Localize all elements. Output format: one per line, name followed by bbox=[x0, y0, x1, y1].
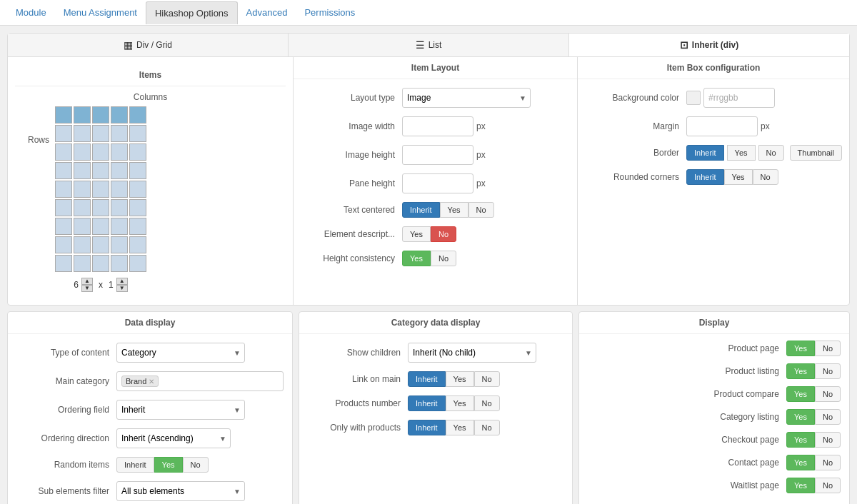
grid-cell[interactable] bbox=[129, 181, 146, 198]
grid-cell[interactable] bbox=[74, 199, 91, 216]
products-number-yes[interactable]: Yes bbox=[446, 395, 474, 411]
element-descript-no[interactable]: No bbox=[431, 226, 456, 242]
grid-cell[interactable] bbox=[111, 125, 128, 142]
grid-cell[interactable] bbox=[111, 143, 128, 161]
show-children-select[interactable]: Inherit (No child) bbox=[408, 343, 536, 363]
grid-cell[interactable] bbox=[129, 255, 146, 272]
rounded-yes[interactable]: Yes bbox=[724, 169, 753, 185]
tab-module[interactable]: Module bbox=[7, 7, 55, 18]
only-with-products-no[interactable]: No bbox=[474, 420, 500, 435]
height-consistency-yes[interactable]: Yes bbox=[402, 251, 431, 266]
products-number-inherit[interactable]: Inherit bbox=[408, 395, 446, 411]
link-on-main-inherit[interactable]: Inherit bbox=[408, 371, 446, 387]
contact-page-no[interactable]: No bbox=[815, 455, 841, 470]
cols-increment[interactable]: ▲ bbox=[81, 278, 93, 285]
grid-cell[interactable] bbox=[111, 199, 128, 216]
grid-cell[interactable] bbox=[55, 255, 72, 272]
grid-cell[interactable] bbox=[129, 125, 146, 142]
grid-cell[interactable] bbox=[92, 199, 109, 216]
random-items-no[interactable]: No bbox=[183, 457, 209, 473]
grid-cell[interactable] bbox=[129, 236, 146, 253]
grid-cell[interactable] bbox=[92, 125, 109, 142]
tab-div-grid[interactable]: ▦ Div / Grid bbox=[8, 34, 289, 56]
grid-cell[interactable] bbox=[55, 125, 72, 142]
grid-cell[interactable] bbox=[92, 106, 109, 124]
grid-cell[interactable] bbox=[92, 181, 109, 198]
image-width-input[interactable] bbox=[402, 116, 473, 136]
image-height-input[interactable] bbox=[402, 145, 473, 165]
grid-cell[interactable] bbox=[55, 143, 72, 161]
pane-height-input[interactable] bbox=[402, 173, 473, 193]
tab-hikashop-options[interactable]: Hikashop Options bbox=[146, 1, 238, 24]
rows-increment[interactable]: ▲ bbox=[116, 278, 128, 285]
only-with-products-yes[interactable]: Yes bbox=[446, 420, 474, 435]
random-items-yes[interactable]: Yes bbox=[154, 457, 183, 473]
waitlist-page-no[interactable]: No bbox=[815, 478, 841, 493]
link-on-main-no[interactable]: No bbox=[474, 371, 500, 387]
checkout-page-no[interactable]: No bbox=[815, 432, 841, 448]
rounded-no[interactable]: No bbox=[753, 169, 778, 185]
grid-cell[interactable] bbox=[111, 255, 128, 272]
grid-cell[interactable] bbox=[129, 143, 146, 161]
grid-cell[interactable] bbox=[111, 181, 128, 198]
cols-decrement[interactable]: ▼ bbox=[81, 285, 93, 292]
grid-cell[interactable] bbox=[74, 162, 91, 179]
grid-cell[interactable] bbox=[92, 236, 109, 253]
main-category-input[interactable]: Brand ✕ bbox=[116, 371, 284, 391]
cols-stepper[interactable]: ▲ ▼ bbox=[81, 278, 93, 292]
rows-decrement[interactable]: ▼ bbox=[116, 285, 128, 292]
ordering-field-select[interactable]: Inherit bbox=[116, 400, 245, 420]
text-centered-inherit[interactable]: Inherit bbox=[402, 202, 440, 218]
grid-cell[interactable] bbox=[92, 143, 109, 161]
text-centered-yes[interactable]: Yes bbox=[440, 202, 468, 218]
grid-cell[interactable] bbox=[111, 162, 128, 179]
category-listing-yes[interactable]: Yes bbox=[786, 409, 815, 425]
grid-cell[interactable] bbox=[55, 236, 72, 253]
products-number-no[interactable]: No bbox=[474, 395, 500, 411]
waitlist-page-yes[interactable]: Yes bbox=[786, 478, 815, 493]
type-of-content-select[interactable]: Category bbox=[116, 343, 245, 363]
border-inherit[interactable]: Inherit bbox=[686, 145, 724, 161]
grid-cell[interactable] bbox=[129, 199, 146, 216]
border-thumbnail[interactable]: Thumbnail bbox=[790, 145, 842, 161]
rows-stepper[interactable]: ▲ ▼ bbox=[116, 278, 128, 292]
tab-menu-assignment[interactable]: Menu Assignment bbox=[55, 7, 146, 18]
height-consistency-no[interactable]: No bbox=[431, 251, 456, 266]
grid-cell[interactable] bbox=[92, 218, 109, 235]
grid-cell[interactable] bbox=[74, 106, 91, 124]
product-listing-yes[interactable]: Yes bbox=[786, 363, 815, 379]
border-no[interactable]: No bbox=[758, 145, 784, 161]
sub-elements-select[interactable]: All sub elements bbox=[116, 481, 245, 501]
product-page-yes[interactable]: Yes bbox=[786, 341, 815, 356]
product-page-no[interactable]: No bbox=[815, 341, 841, 356]
layout-type-select[interactable]: Image bbox=[402, 88, 531, 108]
only-with-products-inherit[interactable]: Inherit bbox=[408, 420, 446, 435]
border-yes[interactable]: Yes bbox=[727, 145, 756, 161]
category-listing-no[interactable]: No bbox=[815, 409, 841, 425]
ordering-direction-select[interactable]: Inherit (Ascending) bbox=[116, 428, 231, 448]
contact-page-yes[interactable]: Yes bbox=[786, 455, 815, 470]
grid-cell[interactable] bbox=[111, 106, 128, 124]
grid-cell[interactable] bbox=[129, 218, 146, 235]
grid-cell[interactable] bbox=[55, 218, 72, 235]
grid-cell[interactable] bbox=[92, 162, 109, 179]
grid-cell[interactable] bbox=[55, 106, 72, 124]
grid-cell[interactable] bbox=[74, 218, 91, 235]
grid-cell[interactable] bbox=[74, 143, 91, 161]
tab-list[interactable]: ☰ List bbox=[289, 34, 569, 56]
random-items-inherit[interactable]: Inherit bbox=[116, 457, 154, 473]
grid-cell[interactable] bbox=[74, 255, 91, 272]
link-on-main-yes[interactable]: Yes bbox=[446, 371, 474, 387]
grid-cell[interactable] bbox=[74, 236, 91, 253]
grid-cell[interactable] bbox=[129, 162, 146, 179]
tab-inherit-div[interactable]: ⊡ Inherit (div) bbox=[569, 34, 849, 56]
product-compare-no[interactable]: No bbox=[815, 386, 841, 402]
grid-cell[interactable] bbox=[55, 162, 72, 179]
grid-cell[interactable] bbox=[111, 218, 128, 235]
brand-tag-close[interactable]: ✕ bbox=[149, 378, 154, 385]
grid-cell[interactable] bbox=[55, 181, 72, 198]
element-descript-yes[interactable]: Yes bbox=[402, 226, 431, 242]
grid-cell[interactable] bbox=[74, 125, 91, 142]
grid-cell[interactable] bbox=[55, 199, 72, 216]
tab-permissions[interactable]: Permissions bbox=[296, 7, 364, 18]
